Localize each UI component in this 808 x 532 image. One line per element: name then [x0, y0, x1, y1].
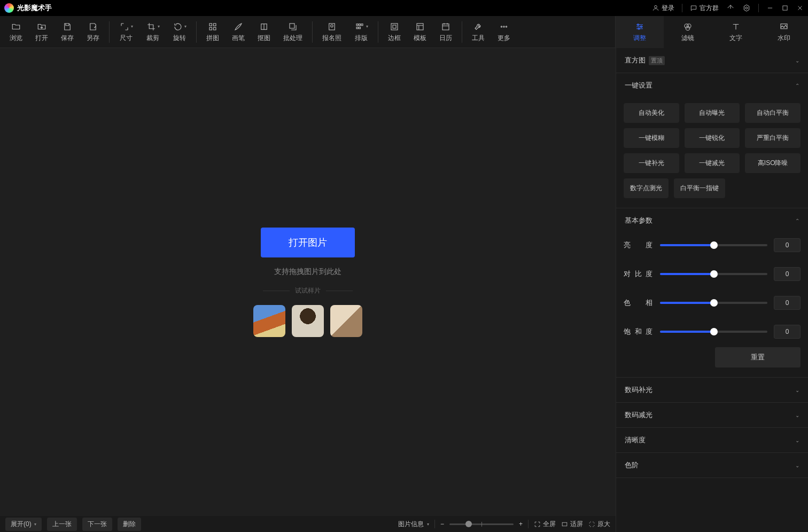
open-image-button[interactable]: 打开图片: [261, 228, 355, 257]
zoom-thumb[interactable]: [465, 521, 472, 527]
rotate-button[interactable]: ▾旋转: [166, 17, 193, 47]
svg-rect-20: [442, 24, 449, 29]
preset-spot-meter[interactable]: 数字点测光: [624, 178, 669, 198]
open-icon: [36, 22, 47, 32]
basic-header[interactable]: 基本参数⌃: [616, 208, 808, 233]
idphoto-button[interactable]: 报名照: [316, 17, 348, 47]
right-panel: 直方图置顶 ⌄ 一键设置⌃ 自动美化 自动曝光 自动白平衡 一键模糊 一键锐化 …: [616, 48, 808, 532]
tab-adjust[interactable]: 调整: [616, 16, 664, 48]
brush-icon: [233, 22, 244, 32]
fit-button[interactable]: 适屏: [561, 520, 583, 529]
close-button[interactable]: [796, 4, 804, 12]
preset-auto-whitebalance[interactable]: 自动白平衡: [745, 103, 801, 123]
slider-thumb[interactable]: [710, 328, 718, 335]
section-digital-dim[interactable]: 数码减光⌄: [616, 403, 808, 427]
preset-one-sharpen[interactable]: 一键锐化: [685, 128, 740, 148]
preset-auto-beautify[interactable]: 自动美化: [624, 103, 679, 123]
folder-icon: [11, 22, 21, 32]
slider-thumb[interactable]: [710, 299, 718, 307]
text-icon: [731, 22, 741, 32]
batch-button[interactable]: 批处理: [277, 17, 309, 47]
oneclick-header[interactable]: 一键设置⌃: [616, 73, 808, 98]
template-button[interactable]: 模板: [407, 17, 433, 47]
zoom-out-button[interactable]: −: [440, 520, 444, 528]
svg-rect-16: [359, 27, 361, 28]
border-button[interactable]: 边框: [382, 17, 407, 47]
puzzle-button[interactable]: 拼图: [200, 17, 226, 47]
calendar-icon: [440, 22, 451, 32]
svg-rect-4: [209, 24, 212, 26]
zoom-in-button[interactable]: +: [519, 520, 523, 528]
more-button[interactable]: 更多: [491, 17, 517, 47]
section-digital-fill[interactable]: 数码补光⌄: [616, 378, 808, 402]
sample-thumb-2[interactable]: [292, 305, 324, 337]
reset-button[interactable]: 重置: [715, 347, 801, 367]
slider-thumb[interactable]: [710, 241, 718, 249]
preset-one-filllight[interactable]: 一键补光: [624, 153, 679, 173]
tools-button[interactable]: 工具: [465, 17, 491, 47]
crop-button[interactable]: ▾裁剪: [139, 17, 166, 47]
expand-button[interactable]: 展开(0)▾: [5, 518, 42, 531]
open-button[interactable]: 打开: [29, 17, 55, 47]
size-button[interactable]: ▾尺寸: [113, 17, 139, 47]
slider-brightness-track[interactable]: [660, 244, 767, 246]
slider-hue-track[interactable]: [660, 302, 767, 304]
browse-button[interactable]: 浏览: [3, 17, 29, 47]
save-button[interactable]: 保存: [55, 17, 80, 47]
cutout-button[interactable]: 抠图: [251, 17, 277, 47]
preset-one-dim[interactable]: 一键减光: [685, 153, 740, 173]
minimize-button[interactable]: [766, 4, 774, 12]
fullscreen-button[interactable]: 全屏: [534, 520, 556, 529]
delete-button[interactable]: 删除: [118, 518, 141, 531]
image-info-button[interactable]: 图片信息▾: [398, 520, 429, 529]
histogram-header[interactable]: 直方图置顶 ⌄: [616, 48, 808, 73]
grid-icon: [207, 22, 218, 32]
template-icon: [415, 22, 425, 32]
tab-text[interactable]: 文字: [712, 16, 760, 48]
close-icon: [796, 4, 804, 12]
preset-heavy-whitebalance[interactable]: 严重白平衡: [745, 128, 801, 148]
chevron-down-icon: ⌄: [795, 412, 799, 418]
prev-button[interactable]: 上一张: [47, 518, 77, 531]
slider-brightness-value[interactable]: [774, 238, 801, 252]
slider-thumb[interactable]: [710, 270, 718, 278]
calendar-button[interactable]: 日历: [433, 17, 459, 47]
share-button[interactable]: [726, 4, 735, 12]
svg-point-11: [331, 25, 333, 27]
maximize-button[interactable]: [781, 4, 789, 12]
brush-button[interactable]: 画笔: [226, 17, 251, 47]
pin-badge[interactable]: 置顶: [649, 56, 665, 65]
tab-watermark[interactable]: 水印: [760, 16, 808, 48]
slider-brightness: 亮度: [624, 238, 801, 252]
preset-auto-exposure[interactable]: 自动曝光: [685, 103, 740, 123]
slider-saturation-track[interactable]: [660, 331, 767, 333]
actual-size-button[interactable]: 原大: [588, 520, 610, 529]
sample-thumb-3[interactable]: [330, 305, 362, 337]
saveas-button[interactable]: 另存: [80, 17, 106, 47]
sample-label: 试试样片: [263, 286, 353, 295]
slider-contrast-track[interactable]: [660, 273, 767, 275]
right-tabs: 调整 滤镜 文字 水印: [615, 16, 808, 48]
svg-point-23: [506, 26, 507, 27]
login-button[interactable]: 登录: [652, 4, 674, 13]
saveas-icon: [88, 22, 98, 32]
share-icon: [726, 4, 735, 12]
zoom-slider[interactable]: [449, 523, 514, 525]
slider-saturation-value[interactable]: [774, 325, 801, 339]
chevron-down-icon: ⌄: [795, 58, 799, 64]
rotate-icon: [173, 22, 183, 32]
next-button[interactable]: 下一张: [82, 518, 112, 531]
section-levels[interactable]: 色阶⌄: [616, 453, 808, 478]
layout-button[interactable]: ▾排版: [348, 17, 375, 47]
preset-one-blur[interactable]: 一键模糊: [624, 128, 679, 148]
preset-wb-onekey[interactable]: 白平衡一指键: [674, 178, 725, 198]
slider-contrast-value[interactable]: [774, 267, 801, 281]
preset-high-iso-nr[interactable]: 高ISO降噪: [745, 153, 801, 173]
slider-hue-value[interactable]: [774, 296, 801, 310]
tab-filter[interactable]: 滤镜: [664, 16, 712, 48]
sample-thumb-1[interactable]: [253, 305, 285, 337]
settings-button[interactable]: [742, 4, 751, 12]
svg-rect-18: [393, 25, 396, 28]
official-group-button[interactable]: 官方群: [690, 4, 719, 13]
section-clarity[interactable]: 清晰度⌄: [616, 428, 808, 452]
